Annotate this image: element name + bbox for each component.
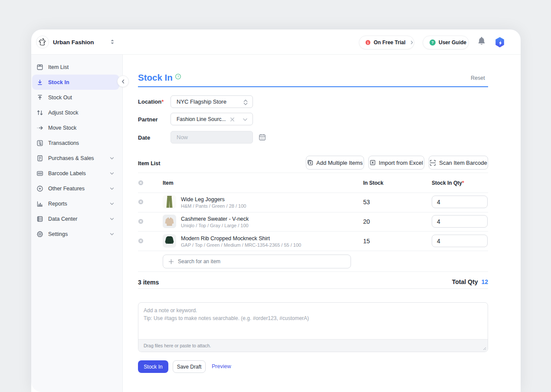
svg-text:?: ? <box>177 75 179 78</box>
svg-text:1: 1 <box>367 41 369 45</box>
svg-text:?: ? <box>431 40 434 45</box>
